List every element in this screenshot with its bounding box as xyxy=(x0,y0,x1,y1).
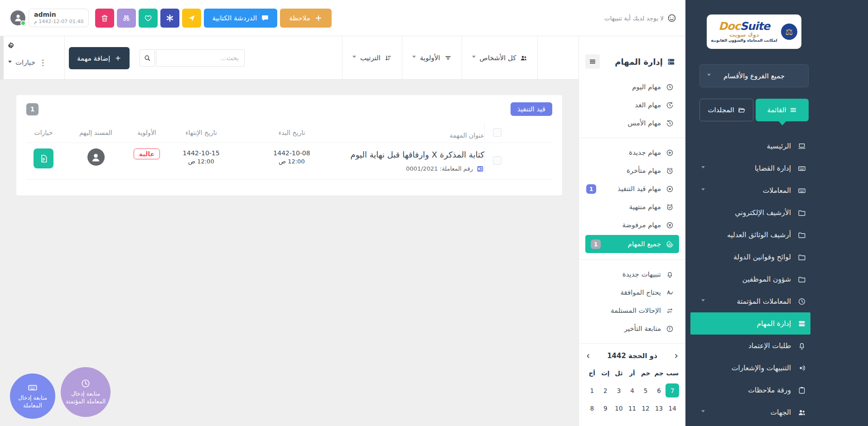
filter-sort[interactable]: الترتيب xyxy=(342,36,402,79)
calendar-day-name: سب xyxy=(665,366,679,380)
task-title[interactable]: كتابة المذكرة X وارفاقها قبل نهاية اليوم xyxy=(348,148,484,161)
main-sidebar: DocSuite دوك سويت لمكاتب المحاماة والشؤو… xyxy=(685,0,868,426)
task-filter-label: متابعة التأخير xyxy=(624,325,661,333)
filter-icon xyxy=(444,54,452,62)
task-filter-يحتاج الموافقة[interactable]: يحتاج الموافقة xyxy=(579,283,685,302)
chevron-down-icon xyxy=(701,166,705,170)
task-list-icon xyxy=(798,320,806,328)
calendar-prev-button[interactable] xyxy=(585,353,591,359)
sidebar-item-التنبيهات والإشعارات[interactable]: التنبيهات والإشعارات xyxy=(698,357,810,379)
task-filter-مهام اليوم[interactable]: مهام اليوم xyxy=(579,78,685,96)
folder-open-icon xyxy=(738,106,745,114)
sidebar-item-إدارة القضايا[interactable]: إدارة القضايا xyxy=(698,157,810,179)
username: admin xyxy=(34,11,83,19)
calendar-day-12[interactable]: 12 xyxy=(639,401,652,415)
add-task-button[interactable]: إضافة مهمة xyxy=(69,47,130,69)
task-filter-مهام قيد التنفيذ[interactable]: مهام قيد التنفيذ1 xyxy=(579,180,685,198)
options-label: خيارات xyxy=(15,58,35,67)
assignee-avatar[interactable] xyxy=(87,148,105,166)
start-time: 12:00 ص xyxy=(240,158,344,165)
filter-people[interactable]: كل الأشخاص xyxy=(462,36,538,79)
sidebar-item-إدارة المهام[interactable]: إدارة المهام xyxy=(690,312,810,335)
list-view-button[interactable]: القائمة xyxy=(756,99,809,121)
sidebar-item-طلبات الإعتماد[interactable]: طلبات الإعتماد xyxy=(698,335,810,357)
search-input[interactable] xyxy=(156,49,245,67)
calendar-day-1[interactable]: 1 xyxy=(585,383,599,397)
task-filter-جميع المهام[interactable]: جميع المهام1 xyxy=(585,235,679,253)
avatar xyxy=(10,10,25,25)
start-date: 1442-10-08 xyxy=(240,148,344,158)
calendar-day-6[interactable]: 6 xyxy=(652,383,666,397)
user-chip[interactable]: admin 01:40 1442-12-07 م xyxy=(10,9,89,28)
filter-priority[interactable]: الأولوية xyxy=(402,36,462,79)
bell-icon xyxy=(666,271,674,278)
folder-icon xyxy=(798,209,806,217)
add-note-button[interactable]: ملاحظة xyxy=(280,9,332,28)
task-filter-مهام الغد[interactable]: مهام الغد xyxy=(579,96,685,114)
content-wrap: لا يوجد لديك أية تنبيهات ملاحظة الدردشة … xyxy=(0,0,685,426)
sidebar-item-label: إدارة المهام xyxy=(757,320,791,328)
sidebar-item-شؤون الموظفين[interactable]: شؤون الموظفين xyxy=(698,268,810,290)
calendar-day-4[interactable]: 4 xyxy=(626,383,639,397)
fab-automated-transaction-entry[interactable]: متابعة إدخال المعاملة المؤتمتة xyxy=(61,367,111,417)
send-button[interactable] xyxy=(182,9,201,28)
sidebar-item-الرئيسية[interactable]: الرئيسية xyxy=(698,135,810,157)
binoculars-button[interactable] xyxy=(117,9,136,28)
select-all-checkbox[interactable] xyxy=(493,128,502,137)
task-filter-مهام مرفوضة[interactable]: مهام مرفوضة xyxy=(579,216,685,234)
col-task-title: عنوان المهمة xyxy=(344,126,484,139)
sidebar-item-الأرشيف الإلكتروني[interactable]: الأرشيف الإلكتروني xyxy=(698,201,810,224)
panel-collapse-button[interactable] xyxy=(585,54,600,69)
notification-text: لا يوجد لديك أية تنبيهات xyxy=(604,14,664,22)
binoculars-icon xyxy=(122,14,130,22)
calendar-day-14[interactable]: 14 xyxy=(665,401,679,415)
calendar-day-3[interactable]: 3 xyxy=(612,383,626,397)
calendar-day-2[interactable]: 2 xyxy=(599,383,612,397)
task-filter-مهام جديدة[interactable]: مهام جديدة xyxy=(579,144,685,162)
chat-button[interactable]: الدردشة الكتابية xyxy=(204,9,277,28)
task-filter-مهام منتهية[interactable]: مهام منتهية xyxy=(579,198,685,216)
start-date-cell: 1442-10-08 12:00 ص xyxy=(240,148,344,173)
task-filter-مهام متأخرة[interactable]: مهام متأخرة xyxy=(579,162,685,180)
calendar-day-10[interactable]: 10 xyxy=(612,401,626,415)
favorites-button[interactable] xyxy=(139,9,158,28)
sidebar-item-لوائح وقوانين الدولة[interactable]: لوائح وقوانين الدولة xyxy=(698,246,810,268)
sidebar-item-الجهات[interactable]: الجهات xyxy=(698,401,810,423)
row-checkbox[interactable] xyxy=(493,156,502,165)
task-filter-مهام الأمس[interactable]: مهام الأمس xyxy=(579,114,685,132)
collapsed-panel-strip[interactable] xyxy=(0,36,4,79)
calendar-day-13[interactable]: 13 xyxy=(652,401,666,415)
calendar-day-11[interactable]: 11 xyxy=(626,401,639,415)
sidebar-item-label: شؤون الموظفين xyxy=(743,275,791,283)
task-filter-group-status: مهام جديدةمهام متأخرةمهام قيد التنفيذ1مه… xyxy=(579,141,685,257)
bell-icon xyxy=(798,342,806,350)
fab-transaction-entry[interactable]: متابعة إدخال المعاملة xyxy=(10,373,55,419)
calendar-day-name: ثل xyxy=(612,366,626,380)
apps-button[interactable] xyxy=(160,9,179,28)
task-list-icon xyxy=(667,57,675,66)
end-time: 12:00 ص xyxy=(163,158,240,165)
settings-gear-button[interactable] xyxy=(6,42,15,53)
task-filter-متابعة التأخير[interactable]: متابعة التأخير xyxy=(579,320,685,338)
sidebar-item-أرشيف الوثائق العدليه[interactable]: أرشيف الوثائق العدليه xyxy=(698,224,810,246)
clipboard-icon xyxy=(798,386,806,394)
task-details-button[interactable] xyxy=(34,148,53,168)
task-filter-الإحالات المستلمة[interactable]: الإحالات المستلمة xyxy=(579,302,685,320)
sidebar-item-ورقة ملاحظات[interactable]: ورقة ملاحظات xyxy=(698,379,810,401)
sidebar-item-المعاملات[interactable]: المعاملات xyxy=(698,179,810,201)
folders-view-button[interactable]: المجلدات xyxy=(699,99,753,121)
task-filter-label: مهام اليوم xyxy=(632,83,661,91)
calendar-next-button[interactable] xyxy=(673,353,679,359)
search-button[interactable] xyxy=(140,49,155,67)
calendar-day-7[interactable]: 7 xyxy=(665,383,679,397)
branch-select[interactable]: جميع الفروع والأقسام xyxy=(699,64,809,87)
calendar-day-8[interactable]: 8 xyxy=(585,401,599,415)
sidebar-item-المعاملات المؤتمتة[interactable]: المعاملات المؤتمتة xyxy=(698,290,810,312)
calendar-week-row: 1234567 xyxy=(585,383,679,397)
task-filter-تنبيهات جديدة[interactable]: تنبيهات جديدة xyxy=(579,265,685,283)
calendar-day-9[interactable]: 9 xyxy=(599,401,612,415)
delete-button[interactable] xyxy=(95,9,114,28)
options-menu[interactable]: ⋮ خيارات xyxy=(8,58,46,67)
calendar-day-5[interactable]: 5 xyxy=(639,383,652,397)
col-assigned: المسند إليهم xyxy=(61,129,131,136)
